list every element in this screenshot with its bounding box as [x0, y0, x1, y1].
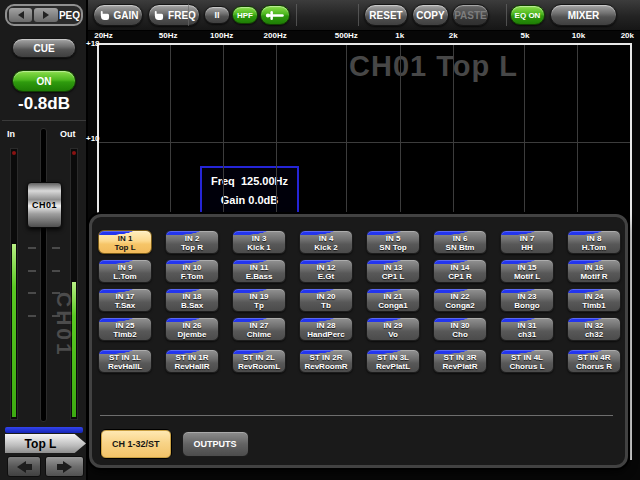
- freq-lock-button[interactable]: FREQ: [148, 4, 200, 26]
- channel-number: ST IN 1L: [99, 353, 151, 362]
- channel-button[interactable]: ST IN 1LRevHallL: [98, 349, 152, 373]
- channel-button[interactable]: ST IN 3RRevPlatR: [433, 349, 487, 373]
- freq-tick-label: 2k: [449, 31, 458, 40]
- channel-name-tag[interactable]: Top L: [5, 434, 86, 453]
- info-gain-value: Gain 0.0dB: [202, 191, 297, 210]
- channel-label: RevPlatR: [434, 362, 486, 371]
- channel-button[interactable]: IN 32ch32: [567, 317, 621, 341]
- channel-label: RevHallR: [166, 362, 218, 371]
- next-band-button[interactable]: [34, 8, 57, 22]
- channel-number: IN 20: [300, 292, 352, 301]
- hand-drag-icon: [152, 10, 165, 21]
- divider: [2, 120, 86, 121]
- channel-button[interactable]: ST IN 1RRevHallR: [165, 349, 219, 373]
- channel-button[interactable]: ST IN 2RRevRoomR: [299, 349, 353, 373]
- channel-grid-row: IN 25Timb2IN 26DjembeIN 27ChimeIN 28Hand…: [98, 317, 625, 341]
- channel-button[interactable]: IN 28HandPerc: [299, 317, 353, 341]
- channel-button[interactable]: ST IN 2LRevRoomL: [232, 349, 286, 373]
- channel-button[interactable]: IN 29Vo: [366, 317, 420, 341]
- copy-button[interactable]: COPY: [412, 4, 449, 26]
- channel-button[interactable]: IN 2Top R: [165, 230, 219, 254]
- channel-label: T.Sax: [99, 301, 151, 310]
- channel-button[interactable]: IN 14CP1 R: [433, 259, 487, 283]
- channel-button[interactable]: IN 10F.Tom: [165, 259, 219, 283]
- bank-tab[interactable]: OUTPUTS: [182, 431, 249, 457]
- channel-button[interactable]: IN 26Djembe: [165, 317, 219, 341]
- fader-handle[interactable]: CH01: [27, 182, 62, 228]
- mixer-button[interactable]: MIXER: [550, 4, 617, 26]
- prev-channel-button[interactable]: [7, 456, 41, 477]
- channel-button[interactable]: IN 30Cho: [433, 317, 487, 341]
- channel-button[interactable]: IN 22Conga2: [433, 288, 487, 312]
- mixer-label: MIXER: [568, 10, 600, 21]
- toolbar-divider: [358, 4, 359, 26]
- channel-button[interactable]: IN 7HH: [500, 230, 554, 254]
- channel-button[interactable]: IN 5SN Top: [366, 230, 420, 254]
- channel-label: Djembe: [166, 330, 218, 339]
- paste-button[interactable]: PASTE: [452, 4, 489, 26]
- channel-button[interactable]: IN 11E.Bass: [232, 259, 286, 283]
- channel-button[interactable]: IN 3Kick 1: [232, 230, 286, 254]
- gain-lock-button[interactable]: GAIN: [93, 4, 143, 26]
- channel-on-button[interactable]: ON: [12, 70, 76, 92]
- channel-button[interactable]: ST IN 3LRevPlatL: [366, 349, 420, 373]
- channel-number: IN 8: [568, 234, 620, 243]
- channel-button[interactable]: IN 8H.Tom: [567, 230, 621, 254]
- channel-button[interactable]: IN 18B.Sax: [165, 288, 219, 312]
- input-meter-fill: [12, 244, 16, 417]
- fader-track[interactable]: [40, 128, 47, 422]
- eq-band-type-button[interactable]: [260, 5, 290, 25]
- channel-label: Chorus L: [501, 362, 553, 371]
- graph-watermark: CH01 Top L: [349, 50, 518, 83]
- channel-button[interactable]: IN 9L.Tom: [98, 259, 152, 283]
- fader-cap-label: CH01: [32, 200, 57, 210]
- next-channel-button[interactable]: [45, 456, 84, 477]
- channel-button[interactable]: IN 20Tb: [299, 288, 353, 312]
- freq-axis: 20Hz50Hz100Hz200Hz500Hz1k2k5k10k20k: [97, 31, 632, 42]
- channel-label: ch31: [501, 330, 553, 339]
- channel-number: IN 2: [166, 234, 218, 243]
- freq-tick-label: 100Hz: [210, 31, 233, 40]
- channel-label: H.Tom: [568, 243, 620, 252]
- channel-button[interactable]: IN 19Tp: [232, 288, 286, 312]
- channel-number: IN 24: [568, 292, 620, 301]
- freq-tick-label: 200Hz: [264, 31, 287, 40]
- fader-tick: [28, 315, 36, 317]
- hpf-button[interactable]: HPF: [232, 6, 258, 24]
- channel-button[interactable]: IN 24Timb1: [567, 288, 621, 312]
- channel-button[interactable]: IN 27Chime: [232, 317, 286, 341]
- channel-button[interactable]: IN 25Timb2: [98, 317, 152, 341]
- channel-button[interactable]: IN 13CP1 L: [366, 259, 420, 283]
- eq-on-button[interactable]: EQ ON: [510, 5, 545, 25]
- channel-button[interactable]: IN 21Conga1: [366, 288, 420, 312]
- channel-number: IN 32: [568, 321, 620, 330]
- channel-button[interactable]: IN 6SN Btm: [433, 230, 487, 254]
- channel-button[interactable]: IN 12E.Gt: [299, 259, 353, 283]
- fader-tick: [52, 247, 60, 249]
- channel-button[interactable]: IN 23Bongo: [500, 288, 554, 312]
- channel-number: IN 9: [99, 263, 151, 272]
- channel-label: Timb2: [99, 330, 151, 339]
- channel-number: ST IN 3R: [434, 353, 486, 362]
- cue-button[interactable]: CUE: [12, 38, 76, 58]
- prev-band-button[interactable]: [9, 8, 32, 22]
- band-ii-button[interactable]: II: [204, 6, 230, 24]
- channel-button[interactable]: IN 4Kick 2: [299, 230, 353, 254]
- channel-button[interactable]: ST IN 4RChorus R: [567, 349, 621, 373]
- channel-button[interactable]: IN 16Motif R: [567, 259, 621, 283]
- fader-tick: [52, 270, 60, 272]
- channel-button[interactable]: IN 1Top L: [98, 230, 152, 254]
- channel-button[interactable]: ST IN 4LChorus L: [500, 349, 554, 373]
- channel-button[interactable]: IN 17T.Sax: [98, 288, 152, 312]
- channel-number: ST IN 4R: [568, 353, 620, 362]
- arrow-left-icon: [18, 11, 24, 19]
- freq-tick-label: 50Hz: [159, 31, 178, 40]
- bank-tab[interactable]: CH 1-32/ST: [100, 429, 172, 459]
- channel-number: IN 18: [166, 292, 218, 301]
- freq-tick-label: 10k: [572, 31, 585, 40]
- channel-button[interactable]: IN 31ch31: [500, 317, 554, 341]
- freq-tick-label: 1k: [395, 31, 404, 40]
- freq-tick-label: 20k: [621, 31, 634, 40]
- channel-button[interactable]: IN 15Motif L: [500, 259, 554, 283]
- reset-button[interactable]: RESET: [364, 4, 408, 26]
